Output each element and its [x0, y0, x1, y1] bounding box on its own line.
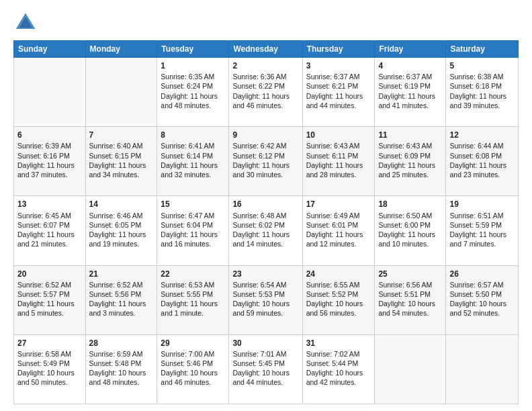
calendar-week-row: 13Sunrise: 6:45 AMSunset: 6:07 PMDayligh…: [14, 196, 519, 265]
daylight-text: Daylight: 11 hours and 1 minute.: [161, 300, 218, 317]
daylight-text: Daylight: 11 hours and 46 minutes.: [232, 92, 290, 109]
sunrise-text: Sunrise: 6:51 AM: [449, 212, 503, 220]
sunset-text: Sunset: 5:48 PM: [89, 359, 142, 367]
sunrise-text: Sunrise: 6:43 AM: [306, 142, 360, 150]
day-number: 2: [232, 60, 298, 71]
sunset-text: Sunset: 6:09 PM: [378, 152, 431, 160]
day-of-week-header: Wednesday: [229, 41, 302, 58]
sunset-text: Sunset: 5:53 PM: [232, 290, 285, 298]
day-number: 9: [232, 130, 298, 140]
calendar-day-cell: 8Sunrise: 6:41 AMSunset: 6:14 PMDaylight…: [157, 127, 229, 196]
sunrise-text: Sunrise: 6:42 AM: [232, 142, 286, 150]
calendar-day-cell: 19Sunrise: 6:51 AMSunset: 5:59 PMDayligh…: [446, 196, 519, 265]
sunrise-text: Sunrise: 6:58 AM: [17, 350, 71, 358]
sunset-text: Sunset: 5:44 PM: [306, 359, 359, 367]
sunset-text: Sunset: 6:11 PM: [306, 152, 359, 160]
sunset-text: Sunset: 5:50 PM: [449, 290, 502, 298]
sunrise-text: Sunrise: 6:56 AM: [378, 281, 432, 289]
calendar-week-row: 6Sunrise: 6:39 AMSunset: 6:16 PMDaylight…: [14, 127, 519, 196]
calendar-week-row: 20Sunrise: 6:52 AMSunset: 5:57 PMDayligh…: [14, 265, 519, 334]
calendar-week-row: 1Sunrise: 6:35 AMSunset: 6:24 PMDaylight…: [14, 58, 519, 127]
day-number: 5: [449, 60, 515, 71]
logo-icon: [13, 11, 38, 35]
day-number: 23: [232, 269, 298, 279]
day-number: 21: [89, 269, 154, 279]
sunrise-text: Sunrise: 6:35 AM: [161, 73, 214, 81]
daylight-text: Daylight: 11 hours and 23 minutes.: [449, 161, 506, 179]
day-number: 25: [378, 269, 442, 279]
day-of-week-header: Saturday: [446, 41, 519, 58]
calendar-day-cell: 1Sunrise: 6:35 AMSunset: 6:24 PMDaylight…: [157, 58, 229, 127]
day-number: 10: [306, 130, 371, 140]
sunrise-text: Sunrise: 6:36 AM: [232, 73, 286, 81]
day-of-week-header: Monday: [85, 41, 157, 58]
day-number: 20: [17, 269, 82, 279]
daylight-text: Daylight: 11 hours and 5 minutes.: [17, 300, 75, 317]
sunset-text: Sunset: 6:07 PM: [17, 221, 70, 229]
daylight-text: Daylight: 11 hours and 14 minutes.: [232, 230, 290, 248]
day-number: 29: [161, 338, 225, 349]
calendar-table: SundayMondayTuesdayWednesdayThursdayFrid…: [13, 40, 519, 404]
sunset-text: Sunset: 5:57 PM: [17, 290, 70, 298]
sunrise-text: Sunrise: 6:49 AM: [306, 212, 360, 220]
daylight-text: Daylight: 11 hours and 7 minutes.: [449, 230, 506, 248]
day-number: 4: [378, 60, 442, 71]
sunrise-text: Sunrise: 6:37 AM: [306, 73, 360, 81]
calendar-day-cell: 25Sunrise: 6:56 AMSunset: 5:51 PMDayligh…: [375, 265, 446, 334]
calendar-day-cell: 20Sunrise: 6:52 AMSunset: 5:57 PMDayligh…: [14, 265, 86, 334]
calendar-day-cell: [85, 58, 157, 127]
sunrise-text: Sunrise: 6:52 AM: [17, 281, 71, 289]
calendar-day-cell: 14Sunrise: 6:46 AMSunset: 6:05 PMDayligh…: [85, 196, 157, 265]
sunset-text: Sunset: 5:46 PM: [161, 359, 213, 367]
calendar-day-cell: 23Sunrise: 6:54 AMSunset: 5:53 PMDayligh…: [229, 265, 302, 334]
sunrise-text: Sunrise: 6:41 AM: [161, 142, 214, 150]
sunset-text: Sunset: 6:12 PM: [232, 152, 285, 160]
logo: [13, 11, 40, 35]
day-number: 27: [17, 338, 82, 349]
sunrise-text: Sunrise: 6:55 AM: [306, 281, 360, 289]
sunrise-text: Sunrise: 6:45 AM: [17, 212, 71, 220]
sunrise-text: Sunrise: 6:48 AM: [232, 212, 286, 220]
sunset-text: Sunset: 6:08 PM: [449, 152, 502, 160]
sunrise-text: Sunrise: 6:59 AM: [89, 350, 143, 358]
daylight-text: Daylight: 11 hours and 37 minutes.: [17, 161, 75, 179]
calendar-day-cell: 5Sunrise: 6:38 AMSunset: 6:18 PMDaylight…: [446, 58, 519, 127]
calendar-day-cell: [375, 334, 446, 404]
daylight-text: Daylight: 11 hours and 3 minutes.: [89, 300, 146, 317]
day-number: 1: [161, 60, 225, 71]
calendar-day-cell: 4Sunrise: 6:37 AMSunset: 6:19 PMDaylight…: [375, 58, 446, 127]
sunset-text: Sunset: 5:49 PM: [17, 359, 70, 367]
sunset-text: Sunset: 5:45 PM: [232, 359, 285, 367]
daylight-text: Daylight: 10 hours and 59 minutes.: [232, 300, 290, 317]
calendar-day-cell: 9Sunrise: 6:42 AMSunset: 6:12 PMDaylight…: [229, 127, 302, 196]
sunset-text: Sunset: 6:22 PM: [232, 82, 285, 90]
calendar-day-cell: [14, 58, 86, 127]
day-number: 17: [306, 199, 371, 210]
day-number: 15: [161, 199, 225, 210]
calendar-day-cell: 7Sunrise: 6:40 AMSunset: 6:15 PMDaylight…: [85, 127, 157, 196]
sunrise-text: Sunrise: 6:44 AM: [449, 142, 503, 150]
daylight-text: Daylight: 11 hours and 25 minutes.: [378, 161, 435, 179]
calendar-day-cell: 15Sunrise: 6:47 AMSunset: 6:04 PMDayligh…: [157, 196, 229, 265]
calendar-week-row: 27Sunrise: 6:58 AMSunset: 5:49 PMDayligh…: [14, 334, 519, 404]
day-number: 3: [306, 60, 371, 71]
sunset-text: Sunset: 6:00 PM: [378, 221, 431, 229]
calendar-day-cell: 6Sunrise: 6:39 AMSunset: 6:16 PMDaylight…: [14, 127, 86, 196]
calendar-day-cell: 29Sunrise: 7:00 AMSunset: 5:46 PMDayligh…: [157, 334, 229, 404]
daylight-text: Daylight: 11 hours and 48 minutes.: [161, 92, 218, 109]
calendar-day-cell: [446, 334, 519, 404]
sunrise-text: Sunrise: 6:39 AM: [17, 142, 71, 150]
sunset-text: Sunset: 6:04 PM: [161, 221, 213, 229]
daylight-text: Daylight: 10 hours and 46 minutes.: [161, 369, 218, 386]
calendar-day-cell: 12Sunrise: 6:44 AMSunset: 6:08 PMDayligh…: [446, 127, 519, 196]
sunrise-text: Sunrise: 6:38 AM: [449, 73, 503, 81]
day-number: 28: [89, 338, 154, 349]
daylight-text: Daylight: 11 hours and 10 minutes.: [378, 230, 435, 248]
daylight-text: Daylight: 10 hours and 42 minutes.: [306, 369, 363, 386]
sunset-text: Sunset: 5:51 PM: [378, 290, 431, 298]
day-number: 26: [449, 269, 515, 279]
day-number: 14: [89, 199, 154, 210]
calendar-day-cell: 13Sunrise: 6:45 AMSunset: 6:07 PMDayligh…: [14, 196, 86, 265]
day-number: 24: [306, 269, 371, 279]
day-number: 19: [449, 199, 515, 210]
